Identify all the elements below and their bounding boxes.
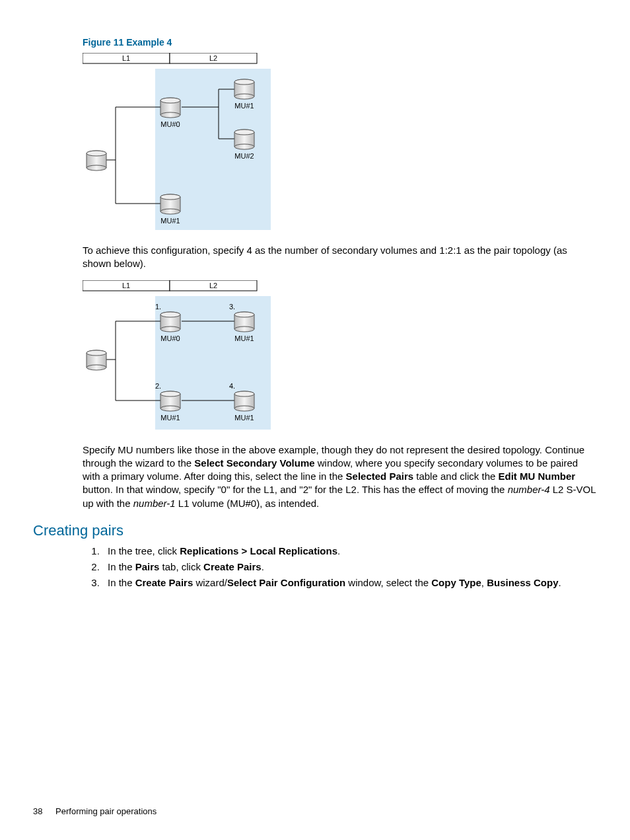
figure-diagram-1: L1 L2: [83, 53, 597, 232]
volume-icon: [160, 312, 180, 332]
header-l2: L2: [209, 54, 217, 62]
svg-point-43: [160, 194, 180, 200]
svg-text:1.: 1.: [155, 303, 161, 311]
figure-caption: Figure 11 Example 4: [83, 37, 597, 48]
header-l1: L1: [122, 54, 130, 62]
volume-icon: [87, 350, 106, 370]
svg-point-75: [234, 326, 254, 332]
paragraph-config: To achieve this configuration, specify 4…: [83, 244, 597, 271]
svg-point-28: [234, 94, 254, 99]
svg-text:MU#2: MU#2: [234, 152, 254, 160]
svg-point-91: [234, 406, 254, 411]
volume-icon: [234, 130, 254, 149]
svg-point-92: [234, 391, 254, 397]
svg-text:2.: 2.: [155, 382, 161, 390]
svg-point-35: [234, 144, 254, 149]
svg-point-29: [234, 79, 254, 85]
svg-point-42: [160, 209, 180, 214]
step-3: In the Create Pairs wizard/Select Pair C…: [102, 576, 597, 590]
svg-text:MU#0: MU#0: [160, 120, 180, 128]
svg-point-83: [160, 406, 180, 411]
footer-title: Performing pair operations: [55, 806, 157, 816]
svg-point-36: [234, 130, 254, 135]
step-2: In the Pairs tab, click Create Pairs.: [102, 560, 597, 574]
svg-text:MU#1: MU#1: [234, 334, 254, 342]
svg-point-68: [160, 312, 180, 317]
svg-point-21: [160, 112, 180, 118]
section-heading-creating-pairs: Creating pairs: [33, 522, 597, 539]
svg-text:3.: 3.: [229, 303, 235, 311]
page-number: 38: [33, 806, 42, 816]
svg-point-22: [160, 98, 180, 103]
svg-text:4.: 4.: [229, 382, 235, 390]
svg-text:MU#1: MU#1: [234, 102, 254, 110]
step-1: In the tree, click Replications > Local …: [102, 545, 597, 558]
volume-icon: [160, 391, 180, 411]
svg-point-60: [87, 365, 106, 370]
paragraph-mu-spec: Specify MU numbers like those in the abo…: [83, 443, 597, 510]
volume-icon: [234, 79, 254, 99]
svg-point-67: [160, 326, 180, 332]
svg-text:MU#1: MU#1: [234, 414, 254, 422]
svg-text:MU#0: MU#0: [160, 334, 180, 342]
figure-diagram-2: L1 L2 1.: [83, 280, 597, 432]
volume-icon: [160, 98, 180, 118]
volume-icon: [87, 151, 106, 171]
volume-icon: [234, 312, 254, 332]
svg-text:MU#1: MU#1: [160, 217, 180, 225]
page-footer: 38 Performing pair operations: [33, 806, 157, 816]
svg-text:MU#1: MU#1: [160, 414, 180, 422]
svg-point-61: [87, 350, 106, 356]
svg-point-76: [234, 312, 254, 317]
volume-icon: [160, 194, 180, 214]
steps-list: In the tree, click Replications > Local …: [83, 545, 597, 590]
svg-text:L1: L1: [122, 282, 130, 289]
svg-point-84: [160, 391, 180, 397]
svg-text:L2: L2: [209, 282, 217, 289]
svg-point-15: [87, 165, 106, 171]
svg-point-16: [87, 151, 106, 156]
volume-icon: [234, 391, 254, 411]
